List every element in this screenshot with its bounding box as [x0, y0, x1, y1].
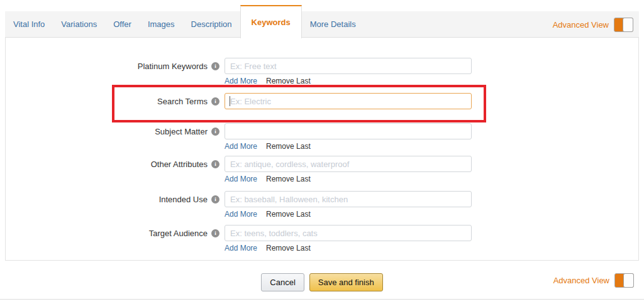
advanced-view-toggle[interactable]	[614, 18, 633, 32]
field-links: Add More Remove Last	[225, 210, 472, 219]
form-row: Subject Matter i Add More Remove Last	[6, 123, 638, 151]
field-cell: Add More Remove Last	[225, 225, 472, 252]
field-input[interactable]	[225, 93, 472, 109]
add-more-link[interactable]: Add More	[225, 175, 257, 183]
field-links: Add More Remove Last	[225, 175, 472, 183]
field-label: Other Attributes	[151, 160, 208, 169]
field-label-cell: Search Terms i	[6, 93, 219, 109]
add-more-link[interactable]: Add More	[225, 244, 257, 252]
field-cell: Add More Remove Last	[225, 58, 472, 85]
field-label: Intended Use	[159, 195, 208, 204]
remove-last-link[interactable]: Remove Last	[266, 210, 311, 219]
remove-last-link[interactable]: Remove Last	[266, 175, 311, 183]
info-icon[interactable]: i	[211, 97, 219, 106]
advanced-view-bottom: Advanced View	[553, 273, 634, 288]
tab-offer[interactable]: Offer	[105, 11, 140, 38]
field-label-cell: Platinum Keywords i	[6, 58, 219, 74]
field-input[interactable]	[225, 156, 472, 172]
field-label-cell: Subject Matter i	[6, 123, 219, 139]
info-icon[interactable]: i	[211, 160, 219, 168]
tab-vital-info[interactable]: Vital Info	[5, 11, 53, 38]
field-label: Search Terms	[157, 97, 208, 106]
field-label-cell: Other Attributes i	[6, 156, 219, 172]
field-label: Target Audience	[149, 229, 208, 238]
keywords-page: Vital InfoVariationsOfferImagesDescripti…	[0, 0, 644, 304]
advanced-view-label: Advanced View	[553, 20, 609, 30]
field-cell: Add More Remove Last	[225, 123, 472, 151]
info-icon[interactable]: i	[211, 62, 219, 70]
field-cell	[225, 93, 472, 109]
info-icon[interactable]: i	[211, 195, 219, 204]
form-row: Search Terms i	[6, 93, 638, 109]
form-row: Other Attributes i Add More Remove Last	[6, 156, 638, 183]
field-input[interactable]	[225, 191, 472, 207]
remove-last-link[interactable]: Remove Last	[266, 142, 311, 151]
footer-actions: Cancel Save and finish	[0, 272, 644, 292]
advanced-view-toggle[interactable]	[614, 273, 634, 288]
field-links: Add More Remove Last	[225, 244, 472, 252]
add-more-link[interactable]: Add More	[225, 142, 257, 151]
save-and-finish-button[interactable]: Save and finish	[309, 273, 383, 291]
field-label: Subject Matter	[155, 127, 208, 136]
advanced-view-label: Advanced View	[553, 276, 609, 285]
info-icon[interactable]: i	[211, 128, 219, 136]
tab-description[interactable]: Description	[183, 11, 240, 38]
form-row: Platinum Keywords i Add More Remove Last	[6, 58, 638, 85]
remove-last-link[interactable]: Remove Last	[266, 244, 311, 252]
field-label-cell: Intended Use i	[6, 191, 219, 207]
keywords-form: Platinum Keywords i Add More Remove Last…	[6, 38, 638, 252]
field-input[interactable]	[225, 123, 472, 139]
form-row: Target Audience i Add More Remove Last	[6, 225, 638, 252]
text-caret	[230, 96, 230, 106]
cancel-button[interactable]: Cancel	[261, 273, 304, 291]
keywords-panel: Platinum Keywords i Add More Remove Last…	[5, 38, 639, 261]
field-links: Add More Remove Last	[225, 142, 472, 151]
add-more-link[interactable]: Add More	[225, 77, 257, 85]
field-input[interactable]	[225, 58, 472, 74]
info-icon[interactable]: i	[211, 229, 219, 237]
field-label: Platinum Keywords	[138, 62, 208, 71]
field-links: Add More Remove Last	[225, 77, 472, 85]
tab-more-details[interactable]: More Details	[302, 11, 364, 38]
tab-bar: Vital InfoVariationsOfferImagesDescripti…	[5, 11, 639, 38]
toggle-knob	[623, 273, 634, 288]
bottom-divider	[0, 299, 644, 300]
tab-variations[interactable]: Variations	[53, 11, 105, 38]
remove-last-link[interactable]: Remove Last	[266, 77, 311, 85]
field-label-cell: Target Audience i	[6, 225, 219, 241]
add-more-link[interactable]: Add More	[225, 210, 257, 219]
tab-keywords[interactable]: Keywords	[240, 5, 302, 38]
tab-images[interactable]: Images	[140, 11, 183, 38]
form-row: Intended Use i Add More Remove Last	[6, 191, 638, 219]
advanced-view-top: Advanced View	[553, 11, 639, 38]
field-cell: Add More Remove Last	[225, 156, 472, 183]
toggle-knob	[623, 18, 633, 32]
field-cell: Add More Remove Last	[225, 191, 472, 219]
field-input[interactable]	[225, 225, 472, 241]
